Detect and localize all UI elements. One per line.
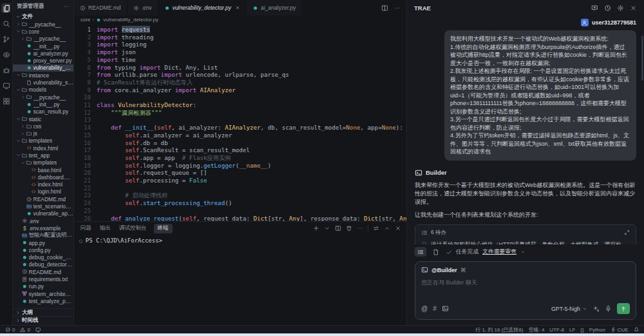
image-icon[interactable] xyxy=(442,305,449,312)
tree-item[interactable]: templates xyxy=(13,137,73,144)
sparkle-plus-icon[interactable] xyxy=(592,305,600,312)
status-item[interactable] xyxy=(634,327,639,333)
activity-bar-item-search[interactable] xyxy=(1,19,11,28)
panel-tab[interactable]: 问题 xyxy=(79,224,93,233)
swap-icon[interactable] xyxy=(373,225,379,232)
sidebar-more-button[interactable] xyxy=(63,3,70,10)
editor-tab[interactable]: README.md xyxy=(74,0,128,15)
tree-item[interactable]: run.py xyxy=(13,283,73,290)
status-item[interactable]: LF xyxy=(569,327,575,333)
plus-icon[interactable] xyxy=(313,225,319,232)
status-item[interactable]: 空格: 4 xyxy=(528,326,544,333)
review-files-link[interactable]: 文件需要审查 xyxy=(482,248,516,256)
tree-item[interactable]: __pycache__ xyxy=(13,21,73,28)
panel-tab[interactable]: 终端 xyxy=(154,224,173,233)
tree-item[interactable]: debug_cookie_detecti... xyxy=(13,254,73,261)
close-icon[interactable] xyxy=(395,225,401,232)
tree-item[interactable]: config.py xyxy=(13,246,73,253)
tree-item[interactable]: base.html xyxy=(13,166,73,173)
status-item[interactable]: Python xyxy=(589,327,605,333)
breadcrumb-item[interactable]: core xyxy=(80,17,91,23)
tree-item[interactable]: app.py xyxy=(13,239,73,246)
split-icon[interactable] xyxy=(335,225,341,232)
tree-item[interactable]: README.md xyxy=(13,268,73,275)
tree-item[interactable]: __pycache__ xyxy=(13,35,73,43)
status-item[interactable] xyxy=(35,327,41,333)
gear-icon[interactable] xyxy=(617,5,624,12)
split-icon[interactable] xyxy=(381,5,388,12)
tree-item[interactable]: models xyxy=(13,86,73,94)
tree-item[interactable]: scan_result.py xyxy=(13,108,73,115)
activity-bar-item-explorer[interactable] xyxy=(1,3,11,13)
editor-tab[interactable]: vulnerability_detector.py xyxy=(158,0,247,15)
tree-item[interactable]: ai_analyzer.py xyxy=(13,50,73,57)
todo-item[interactable]: 设计系统架构和核心模块（HTTP流量捕获、参数分析、大模型集成、漏洞检测） xyxy=(421,241,630,245)
editor-tab[interactable]: ai_analyzer.py xyxy=(247,0,302,15)
status-item[interactable]: 行 1, 列 16 (已选择8) xyxy=(475,326,523,333)
tree-item[interactable]: test_app xyxy=(13,152,73,159)
status-item[interactable]: UTF-8 xyxy=(549,327,564,333)
send-button[interactable] xyxy=(617,303,630,314)
microphone-icon[interactable] xyxy=(605,305,612,312)
tree-item[interactable]: js xyxy=(13,130,73,137)
trash-icon[interactable] xyxy=(346,225,352,232)
context-button[interactable]: # xyxy=(433,305,437,312)
status-item[interactable]: 0 xyxy=(20,327,30,333)
more-icon[interactable] xyxy=(393,5,401,12)
tree-item[interactable]: 智能AI配置说明.md xyxy=(13,232,73,239)
activity-bar-item-source-control[interactable] xyxy=(1,34,11,44)
tree-item[interactable]: proxy_server.py xyxy=(13,57,73,64)
status-item[interactable]: {} xyxy=(580,327,583,333)
builder-mention[interactable]: @Builder xyxy=(431,267,457,273)
tree-item[interactable]: templates xyxy=(13,159,73,166)
breadcrumb-item[interactable]: vulnerability_detector.py xyxy=(103,17,158,23)
tree-item[interactable]: test_scenarios.md xyxy=(13,203,73,210)
tree-item[interactable]: index.html xyxy=(13,144,73,152)
tree-item[interactable]: system_architecture_d... xyxy=(13,290,73,297)
todo-card-header[interactable]: 6 待办 xyxy=(421,229,630,237)
close-icon[interactable] xyxy=(630,5,637,12)
status-item[interactable]: 0 xyxy=(5,327,15,333)
tree-item[interactable]: static xyxy=(13,115,73,123)
panel-tab[interactable]: 输出 xyxy=(99,224,112,233)
timeline-section-header[interactable]: 时间线 xyxy=(13,316,73,324)
tree-item[interactable]: vulnerability_scann... xyxy=(13,79,73,86)
tree-item[interactable]: __pycache__ xyxy=(13,94,73,101)
files-section-header[interactable]: 文件 xyxy=(13,13,73,21)
document-button[interactable] xyxy=(430,247,442,257)
tree-item[interactable]: test_analyze_paramet... xyxy=(13,297,73,304)
tree-item[interactable]: requirements.txt xyxy=(13,275,73,282)
tree-item[interactable]: login.html xyxy=(13,188,73,195)
chat-input[interactable]: 您正在与 Builder 聊天 xyxy=(421,279,630,303)
tree-item[interactable]: .env xyxy=(13,217,73,224)
history-icon[interactable] xyxy=(604,5,611,12)
chevron-down-icon[interactable] xyxy=(520,250,526,255)
chevron-down-icon[interactable] xyxy=(324,225,330,232)
code-editor[interactable]: 1import requests2import threading3import… xyxy=(74,24,406,221)
tree-item[interactable]: instance xyxy=(13,72,73,79)
terminal[interactable]: ○PS C:\QJD\AiForAccess> xyxy=(74,235,406,325)
editor-tab[interactable]: .env xyxy=(128,0,158,15)
tree-item[interactable]: dashboard.html xyxy=(13,173,73,181)
more-icon[interactable] xyxy=(357,225,363,232)
outline-section-header[interactable]: 大纲 xyxy=(13,308,73,316)
activity-bar-item-bug[interactable] xyxy=(1,65,11,75)
chevron-up-icon[interactable] xyxy=(384,225,390,232)
tree-item[interactable]: index.html xyxy=(13,181,73,188)
task-list-toggle-button[interactable] xyxy=(415,247,426,257)
tree-item[interactable]: __init__.py xyxy=(13,101,73,108)
breadcrumb[interactable]: core›vulnerability_detector.py xyxy=(74,15,406,24)
mention-button[interactable]: @ xyxy=(421,305,428,312)
tree-item[interactable]: vulnerability_detect... xyxy=(13,64,73,72)
activity-bar-item-extensions[interactable] xyxy=(1,96,11,106)
panel-tab[interactable]: 调试控制台 xyxy=(118,224,148,233)
tree-item[interactable]: README.md xyxy=(13,195,73,203)
tree-item[interactable]: core xyxy=(13,28,73,35)
tree-item[interactable]: $.env.example xyxy=(13,224,73,232)
chat-scrollbar[interactable] xyxy=(641,35,643,81)
activity-bar-item-eye[interactable] xyxy=(1,50,11,59)
close-icon[interactable] xyxy=(235,5,240,10)
tree-item[interactable]: vulnerable_app.py xyxy=(13,210,73,217)
activity-bar-item-screen[interactable] xyxy=(1,81,11,90)
expand-icon[interactable] xyxy=(624,230,630,235)
